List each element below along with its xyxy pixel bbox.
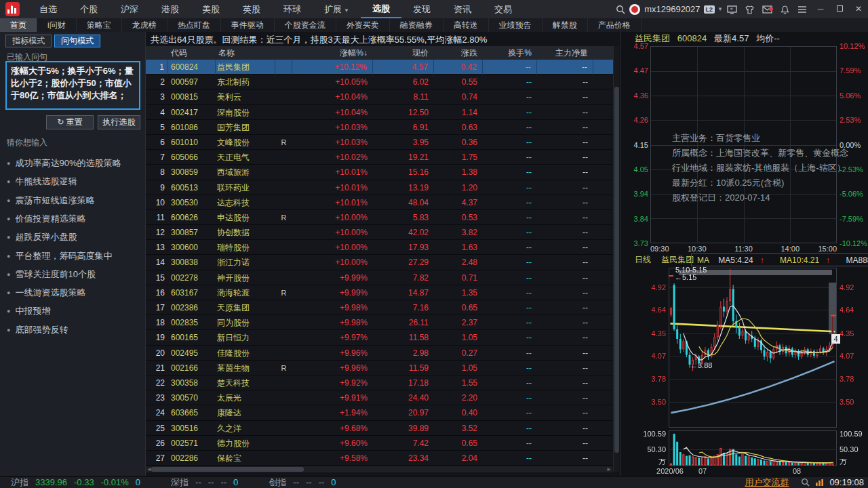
table-row[interactable]: 1600824益民集团+10.12%4.570.42---- — [146, 60, 614, 75]
user-group-link[interactable]: 用户交流群 — [745, 476, 789, 488]
suggestion-item[interactable]: ●平台整理，筹码高度集中 — [7, 250, 142, 262]
toolbar-tab-策略宝[interactable]: 策略宝 — [77, 18, 122, 32]
price: 7.16 — [373, 300, 434, 315]
table-row[interactable]: 13300600瑞特股份+10.00%17.931.63---- — [146, 240, 614, 255]
table-row[interactable]: 14300838浙江力诺+10.00%27.292.48---- — [146, 255, 614, 270]
service-icon[interactable] — [815, 479, 824, 487]
list-icon[interactable] — [793, 5, 811, 14]
reset-button[interactable]: ↻ 重置 — [46, 115, 94, 129]
table-row[interactable]: 5601086国芳集团+10.03%6.910.63---- — [146, 120, 614, 135]
mode-tab-指标模式[interactable]: 指标模式 — [5, 35, 52, 47]
table-row[interactable]: 18002835同为股份+9.98%26.112.37---- — [146, 315, 614, 330]
table-row[interactable]: 3000815美利云+10.04%8.110.74---- — [146, 89, 614, 104]
menu-item-沪深[interactable]: 沪深 — [109, 0, 150, 18]
table-row[interactable]: 17002386天原集团+9.98%7.160.65---- — [146, 300, 614, 315]
table-row[interactable]: 24603665康隆达+1.94%20.970.40---- — [146, 405, 614, 420]
toolbar-tab-融资融券[interactable]: 融资融券 — [390, 18, 443, 32]
col-header-涨幅%↓[interactable]: 涨幅%↓ — [292, 46, 373, 60]
scroll-right-arrow-icon[interactable]: ► — [606, 466, 612, 472]
table-row[interactable]: 4002417深南股份+10.04%12.501.14---- — [146, 105, 614, 120]
toolbar-tab-业绩预告[interactable]: 业绩预告 — [489, 18, 542, 32]
menu-item-选股[interactable]: 选股 — [361, 0, 401, 18]
kline-volume-canvas[interactable] — [621, 266, 868, 476]
toolbar-tab-首页[interactable]: 首页 — [0, 18, 37, 32]
col-header-代码[interactable]: 代码 — [168, 46, 216, 60]
table-row[interactable]: 23300570太辰光+9.91%24.402.20---- — [146, 390, 614, 405]
menu-item-扩展[interactable]: 扩展▼ — [313, 0, 361, 18]
toolbar-tab-龙虎榜[interactable]: 龙虎榜 — [122, 18, 167, 32]
toolbar-tab-高转送[interactable]: 高转送 — [443, 18, 489, 32]
skin-icon[interactable] — [741, 4, 758, 14]
suggestion-item[interactable]: ●成功率高达90%的选股策略 — [7, 157, 142, 169]
table-row[interactable]: 27002286保龄宝+9.58%23.342.04---- — [146, 451, 614, 466]
toolbar-tab-i问财[interactable]: i问财 — [37, 18, 77, 32]
table-row[interactable]: 2000597东北制药+10.05%6.020.55---- — [146, 75, 614, 89]
suggestion-item[interactable]: ●震荡市短线追涨策略 — [7, 195, 142, 207]
toolbar-tab-热点盯盘[interactable]: 热点盯盘 — [167, 18, 221, 32]
col-header-名称[interactable]: 名称 — [216, 46, 275, 60]
menu-item-交易[interactable]: 交易 — [483, 0, 524, 18]
user-caret-icon[interactable]: ▼ — [717, 6, 723, 12]
run-select-button[interactable]: 执行选股 — [98, 115, 140, 129]
bell-icon[interactable] — [776, 4, 793, 14]
table-row[interactable]: 19600165新日恒力+9.97%11.581.05---- — [146, 330, 614, 345]
index-name[interactable]: 创指 — [269, 476, 286, 488]
screen-share-icon[interactable] — [723, 4, 741, 14]
suggestion-item[interactable]: ●一线游资选股策略 — [7, 287, 142, 299]
toolbar-tab-事件驱动[interactable]: 事件驱动 — [221, 18, 275, 32]
vertical-scrollbar-thumb[interactable] — [614, 87, 619, 453]
table-row[interactable]: 22300358楚天科技+9.92%17.181.55---- — [146, 375, 614, 390]
table-row[interactable]: 25300516久之洋+9.68%39.893.52---- — [146, 421, 614, 436]
suggestion-item[interactable]: ●底部强势反转 — [7, 324, 142, 336]
suggestion-item[interactable]: ●超跌反弹小盘股 — [7, 231, 142, 243]
kline-period[interactable]: 日线 — [635, 255, 651, 264]
index-value: -- — [306, 477, 312, 487]
table-row[interactable]: 9600513联环药业+10.01%13.191.20---- — [146, 180, 614, 195]
col-header-现价[interactable]: 现价 — [373, 46, 434, 60]
vertical-scrollbar[interactable] — [613, 46, 619, 472]
status-search-icon[interactable] — [801, 478, 810, 487]
menu-item-资讯[interactable]: 资讯 — [442, 0, 483, 18]
suggestion-item[interactable]: ●中报预增 — [7, 305, 142, 317]
menu-item-发现[interactable]: 发现 — [401, 0, 442, 18]
table-row[interactable]: 20002495佳隆股份+9.96%2.980.27---- — [146, 346, 614, 361]
mail-icon[interactable] — [758, 5, 776, 14]
index-name[interactable]: 沪指 — [11, 476, 28, 488]
col-header-换手%[interactable]: 换手% — [483, 46, 537, 60]
maximize-button[interactable] — [830, 0, 849, 18]
table-row[interactable]: 10300530达志科技+10.01%48.044.37---- — [146, 195, 614, 210]
toolbar-tab-个股资金流[interactable]: 个股资金流 — [275, 18, 336, 32]
col-header-涨跌[interactable]: 涨跌 — [434, 46, 483, 60]
minimize-button[interactable]: ─ — [811, 0, 830, 18]
suggestion-item[interactable]: ●牛熊线选股逻辑 — [7, 176, 142, 188]
suggestion-item[interactable]: ●雪球关注度前10个股 — [7, 268, 142, 281]
close-button[interactable]: ✕ — [849, 0, 868, 18]
table-row[interactable]: 16603167渤海轮渡R+9.99%14.871.35---- — [146, 285, 614, 300]
table-row[interactable]: 12300857协创数据+10.00%42.023.82---- — [146, 225, 614, 240]
suggestion-item[interactable]: ●价值投资精选策略 — [7, 213, 142, 225]
table-row[interactable]: 11600626申达股份R+10.00%5.830.53---- — [146, 210, 614, 225]
menu-item-美股[interactable]: 美股 — [191, 0, 231, 18]
table-row[interactable]: 21002166莱茵生物R+9.96%11.591.05---- — [146, 361, 614, 375]
mode-tab-问句模式[interactable]: 问句模式 — [54, 35, 100, 47]
toolbar-tab-解禁股[interactable]: 解禁股 — [542, 18, 588, 32]
toolbar-tab-产品价格[interactable]: 产品价格 — [588, 18, 642, 32]
menu-item-个股[interactable]: 个股 — [68, 0, 109, 18]
table-row[interactable]: 8300859西域旅游+10.01%15.161.38---- — [146, 165, 614, 180]
table-row[interactable]: 26002571德力股份+9.60%7.420.65---- — [146, 436, 614, 451]
user-chip[interactable]: mx129692027 L2 ▼ — [629, 4, 723, 15]
table-row[interactable]: 7605066天正电气+10.02%19.211.75---- — [146, 150, 614, 165]
horizontal-scrollbar[interactable]: ◄ ► — [146, 466, 612, 472]
toolbar-tab-外资买卖[interactable]: 外资买卖 — [336, 18, 390, 32]
menu-item-港股[interactable]: 港股 — [150, 0, 191, 18]
menu-item-自选[interactable]: 自选 — [28, 0, 68, 18]
horizontal-scrollbar-thumb[interactable] — [151, 467, 304, 472]
search-icon[interactable] — [612, 4, 629, 14]
index-name[interactable]: 深指 — [171, 476, 189, 488]
table-row[interactable]: 15002278神开股份+9.99%7.820.71---- — [146, 270, 614, 285]
table-row[interactable]: 6601010文峰股份R+10.03%3.950.36---- — [146, 135, 614, 150]
menu-item-环球[interactable]: 环球 — [272, 0, 313, 18]
menu-item-英股[interactable]: 英股 — [231, 0, 272, 18]
col-header-主力净量[interactable]: 主力净量 — [537, 46, 593, 60]
query-input[interactable]: 涨幅大于5%；换手小于6%；量比小于2；股价小于50；市值小于80亿；市值从小到… — [5, 61, 140, 110]
